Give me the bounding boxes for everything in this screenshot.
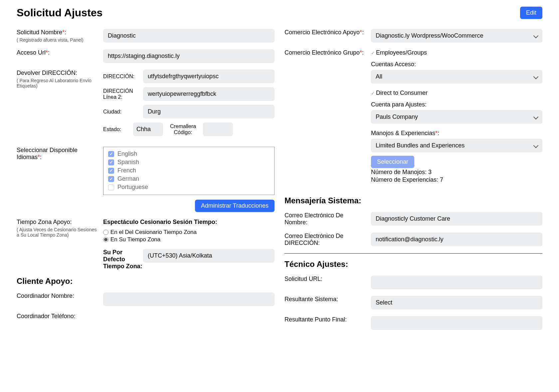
request-name-sub: ( Registrado afuera vista, Panel) xyxy=(17,37,100,43)
radio-your-tz[interactable]: En Su Tiempo Zona xyxy=(103,236,275,243)
default-tz-label: Su Por Defecto Tiempo Zona: xyxy=(103,249,143,270)
messaging-section: Mensajería Sistema: xyxy=(284,196,542,205)
client-support-section: Cliente Apoyo: xyxy=(17,277,275,286)
email-name-input[interactable] xyxy=(371,212,542,226)
accounts-access-label: Cuentas Acceso: xyxy=(371,61,542,68)
tz-support-sub: ( Ajusta Veces de Cesionario Sesiones a … xyxy=(17,227,100,238)
select-bundles-button[interactable]: Seleccionar xyxy=(371,156,414,168)
email-addr-label: Correo Electrónico De DIRECCIÓN: xyxy=(284,233,368,247)
return-address-label: Devolver DIRECCIÓN: xyxy=(17,70,100,77)
coord-name-label: Coordinador Nombre: xyxy=(17,293,100,299)
lang-item-french[interactable]: French xyxy=(108,167,270,174)
chevron-down-icon xyxy=(534,73,538,80)
state-input[interactable] xyxy=(133,122,163,136)
resulting-endpoint-input[interactable] xyxy=(371,316,542,330)
lang-item-spanish[interactable]: Spanish xyxy=(108,159,270,166)
checkbox-icon xyxy=(108,184,114,190)
app-url-input[interactable] xyxy=(371,276,542,289)
zip-input[interactable] xyxy=(203,122,233,136)
radio-assignee-tz[interactable]: En el Del Cesionario Tiempo Zona xyxy=(103,229,275,236)
return-address-sub: ( Para Regreso Al Laboratorio Envío Etiq… xyxy=(17,78,100,89)
addr1-label: DIRECCIÓN: xyxy=(103,74,143,80)
checkbox-icon xyxy=(108,159,114,165)
account-settings-select[interactable]: Pauls Company xyxy=(371,110,542,124)
resulting-endpoint-label: Resultante Punto Final: xyxy=(284,316,368,323)
addr2-input[interactable] xyxy=(143,87,275,101)
access-url-input[interactable] xyxy=(103,49,275,63)
divider xyxy=(284,253,542,254)
tech-settings-section: Técnico Ajustes: xyxy=(284,260,542,269)
bundles-select[interactable]: Limited Bundles and Experiences xyxy=(371,139,542,152)
zip-label: Cremallera Código: xyxy=(166,123,200,135)
lang-item-portuguese[interactable]: Portuguese xyxy=(108,184,270,191)
lang-item-english[interactable]: English xyxy=(108,150,270,157)
tz-support-label: Tiempo Zona Apoyo: xyxy=(17,219,100,226)
access-url-label: Acceso Url*: xyxy=(17,49,100,56)
email-addr-input[interactable] xyxy=(371,233,542,246)
ecom-support-select[interactable]: Diagnostic.ly Wordpress/WooCommerce xyxy=(371,29,542,43)
ecom-group-label: Comercio Electrónico Grupo*: xyxy=(284,49,368,56)
account-settings-label: Cuenta para Ajustes: xyxy=(371,101,542,108)
default-tz-select[interactable]: (UTC+530) Asia/Kolkata xyxy=(143,249,275,263)
resulting-system-input[interactable] xyxy=(371,296,542,309)
experiences-count: Número de Experiencias: 7 xyxy=(371,176,542,183)
state-label: Estado: xyxy=(103,126,130,132)
request-name-label: Solicitud Nombre*: xyxy=(17,29,100,36)
direct-to-consumer-check[interactable]: ✓Direct to Consumer xyxy=(371,90,542,97)
check-icon: ✓ xyxy=(371,51,375,56)
manage-translations-button[interactable]: Administrar Traducciones xyxy=(195,200,275,212)
request-name-input[interactable] xyxy=(103,29,275,43)
radio-icon xyxy=(103,230,108,235)
checkbox-icon xyxy=(108,176,114,182)
accounts-access-select[interactable]: All xyxy=(371,70,542,84)
radio-icon xyxy=(103,237,108,242)
email-name-label: Correo Electrónico De Nombre: xyxy=(284,212,368,226)
app-url-label: Solicitud URL: xyxy=(284,276,368,283)
bundles-label: Manojos & Experiencias*: xyxy=(371,130,542,137)
addr2-label: DIRECCIÓN Línea 2: xyxy=(103,88,143,100)
lang-item-german[interactable]: German xyxy=(108,175,270,182)
city-label: Ciudad: xyxy=(103,109,143,115)
page-title: Solicitud Ajustes xyxy=(17,7,102,19)
resulting-system-label: Resultante Sistema: xyxy=(284,296,368,303)
languages-label: Seleccionar Disponible Idiomas*: xyxy=(17,147,100,161)
coord-name-input[interactable] xyxy=(103,293,275,306)
bundles-count: Número de Manojos: 3 xyxy=(371,169,542,176)
chevron-down-icon xyxy=(534,113,538,120)
addr1-input[interactable] xyxy=(143,70,275,83)
ecom-support-label: Comercio Electrónico Apoyo*: xyxy=(284,29,368,36)
chevron-down-icon xyxy=(534,32,538,39)
chevron-down-icon xyxy=(534,142,538,149)
languages-listbox[interactable]: English Spanish French German Portuguese xyxy=(103,147,275,195)
city-input[interactable] xyxy=(143,105,275,118)
employees-groups-check[interactable]: ✓Employees/Groups xyxy=(371,49,542,56)
check-icon: ✓ xyxy=(371,91,375,96)
checkbox-icon xyxy=(108,151,114,157)
show-assignee-time-heading: Espectáculo Cesionario Sesión Tiempo: xyxy=(103,219,275,226)
checkbox-icon xyxy=(108,168,114,174)
edit-button[interactable]: Edit xyxy=(520,7,542,19)
coord-phone-label: Coordinador Teléfono: xyxy=(17,313,100,320)
